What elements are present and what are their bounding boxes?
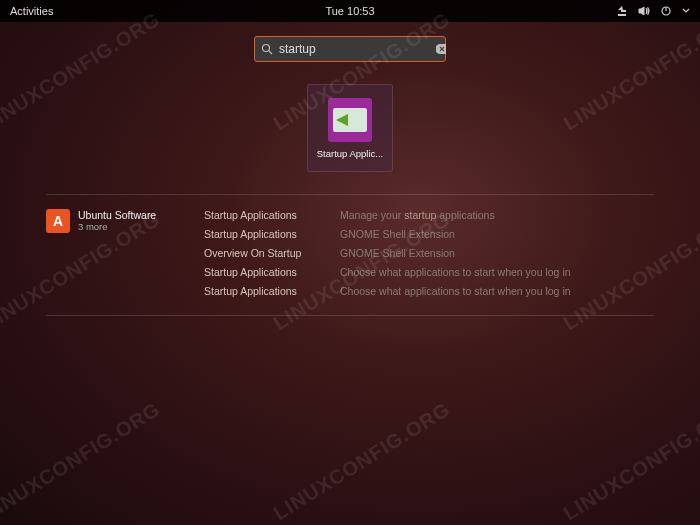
app-tile-startup-applications[interactable]: Startup Applic... xyxy=(307,84,393,172)
software-subtitle: 3 more xyxy=(78,221,156,232)
search-results-list: A Ubuntu Software 3 more Startup Applica… xyxy=(46,194,654,316)
app-results: Startup Applic... xyxy=(0,84,700,172)
result-name: Overview On Startup xyxy=(204,247,322,259)
watermark: LINUXCONFIG.ORG xyxy=(559,398,700,525)
clock[interactable]: Tue 10:53 xyxy=(325,5,374,17)
startup-app-icon xyxy=(328,98,372,142)
svg-line-3 xyxy=(269,51,272,54)
app-label: Startup Applic... xyxy=(314,148,386,159)
top-panel: Activities Tue 10:53 xyxy=(0,0,700,22)
software-title: Ubuntu Software xyxy=(78,209,156,221)
result-description: Choose what applications to start when y… xyxy=(340,285,571,297)
search-input[interactable] xyxy=(279,42,429,56)
activities-button[interactable]: Activities xyxy=(10,5,53,17)
result-description: GNOME Shell Extension xyxy=(340,247,455,259)
power-icon[interactable] xyxy=(660,5,672,17)
ubuntu-software-group[interactable]: A Ubuntu Software 3 more xyxy=(46,209,186,233)
result-name: Startup Applications xyxy=(204,266,322,278)
search-icon xyxy=(261,43,273,55)
watermark: LINUXCONFIG.ORG xyxy=(0,398,164,525)
search-result-item[interactable]: Startup ApplicationsChoose what applicat… xyxy=(204,285,571,297)
search-result-item[interactable]: Startup ApplicationsChoose what applicat… xyxy=(204,266,571,278)
system-tray[interactable] xyxy=(616,5,690,17)
divider xyxy=(46,194,654,195)
result-description: Manage your startup applications xyxy=(340,209,495,221)
search-result-item[interactable]: Startup ApplicationsGNOME Shell Extensio… xyxy=(204,228,571,240)
result-name: Startup Applications xyxy=(204,285,322,297)
result-name: Startup Applications xyxy=(204,209,322,221)
search-result-item[interactable]: Overview On StartupGNOME Shell Extension xyxy=(204,247,571,259)
search-result-item[interactable]: Startup ApplicationsManage your startup … xyxy=(204,209,571,221)
svg-point-2 xyxy=(263,45,270,52)
watermark: LINUXCONFIG.ORG xyxy=(269,398,454,525)
result-name: Startup Applications xyxy=(204,228,322,240)
network-icon[interactable] xyxy=(616,5,628,17)
volume-icon[interactable] xyxy=(638,5,650,17)
clear-icon[interactable] xyxy=(435,43,447,55)
result-description: GNOME Shell Extension xyxy=(340,228,455,240)
shopping-bag-icon: A xyxy=(46,209,70,233)
chevron-down-icon[interactable] xyxy=(682,7,690,15)
search-box[interactable] xyxy=(254,36,446,62)
result-description: Choose what applications to start when y… xyxy=(340,266,571,278)
divider xyxy=(46,315,654,316)
search-container xyxy=(0,36,700,62)
